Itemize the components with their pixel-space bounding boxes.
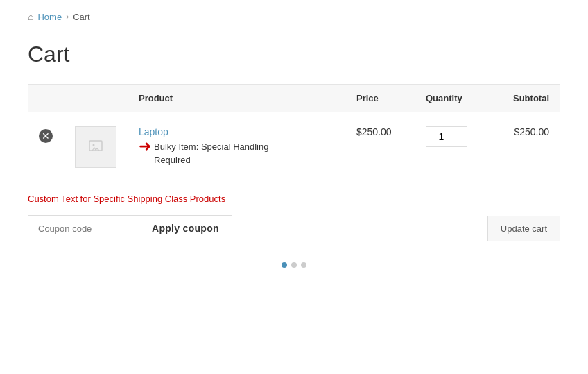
col-header-image xyxy=(64,85,128,112)
quantity-input[interactable] xyxy=(426,126,467,147)
pagination-dot-1 xyxy=(282,262,287,268)
col-header-remove xyxy=(28,85,64,112)
cart-actions: Apply coupon Update cart xyxy=(28,215,560,241)
coupon-section: Apply coupon xyxy=(28,215,232,241)
pagination-dot-2 xyxy=(291,262,297,268)
custom-shipping-text: Custom Text for Specific Shipping Class … xyxy=(28,194,560,204)
remove-item-button[interactable]: ✕ xyxy=(39,129,53,143)
product-image xyxy=(75,126,116,168)
pagination-dot-3 xyxy=(301,262,306,268)
update-cart-button[interactable]: Update cart xyxy=(487,216,560,241)
home-icon: ⌂ xyxy=(28,11,33,22)
product-price: $250.00 xyxy=(345,112,415,182)
col-header-subtotal: Subtotal xyxy=(491,85,560,112)
product-note-line2: Required xyxy=(154,155,268,165)
breadcrumb-separator: › xyxy=(66,12,69,22)
table-row: ✕ Laptop ➜ xyxy=(28,112,560,182)
product-note-line1: Bulky Item: Special Handling xyxy=(154,142,268,152)
red-arrow-icon: ➜ xyxy=(139,137,151,155)
apply-coupon-button[interactable]: Apply coupon xyxy=(139,215,232,241)
col-header-product: Product xyxy=(128,85,345,112)
cart-table: Product Price Quantity Subtotal ✕ xyxy=(28,84,560,182)
product-subtotal: $250.00 xyxy=(491,112,560,182)
col-header-quantity: Quantity xyxy=(415,85,491,112)
pagination-dots xyxy=(28,262,560,268)
svg-rect-0 xyxy=(89,141,102,151)
page-title: Cart xyxy=(28,42,560,67)
coupon-input[interactable] xyxy=(28,215,139,241)
breadcrumb: ⌂ Home › Cart xyxy=(28,11,560,22)
breadcrumb-current: Cart xyxy=(73,12,90,22)
product-name-link[interactable]: Laptop xyxy=(139,126,168,137)
col-header-price: Price xyxy=(345,85,415,112)
svg-point-1 xyxy=(93,144,95,146)
breadcrumb-home-link[interactable]: Home xyxy=(37,12,62,22)
